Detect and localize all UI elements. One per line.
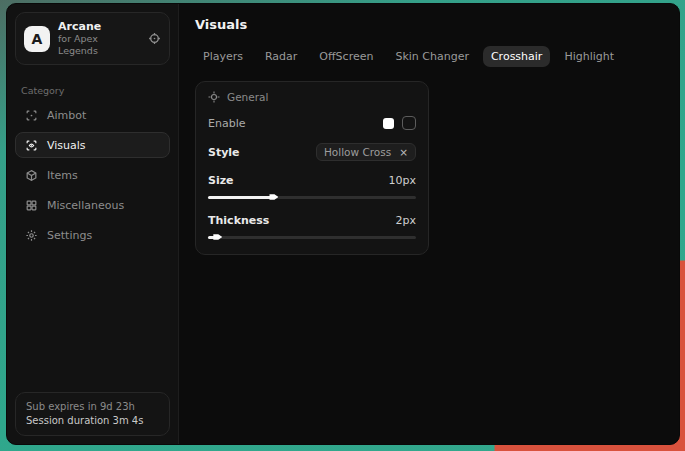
main-panel: Visuals Players Radar OffScreen Skin Cha…: [179, 4, 679, 444]
sidebar-item-label: Miscellaneous: [47, 199, 124, 212]
general-settings-card: General Enable Style Hollow Cross ×: [195, 81, 429, 255]
tab-radar[interactable]: Radar: [257, 46, 305, 67]
brand-text: Arcane for Apex Legends: [58, 20, 140, 57]
style-row: Style Hollow Cross ×: [208, 143, 416, 161]
sidebar-item-label: Visuals: [47, 139, 86, 152]
scan-crosshair-icon: [25, 109, 38, 122]
sub-expires-text: Sub expires in 9d 23h: [26, 400, 159, 414]
tab-bar: Players Radar OffScreen Skin Changer Cro…: [195, 46, 663, 67]
sidebar-item-items[interactable]: Items: [15, 162, 170, 188]
brand-header: A Arcane for Apex Legends: [15, 12, 170, 65]
tab-highlight[interactable]: Highlight: [556, 46, 622, 67]
sidebar-item-label: Settings: [47, 229, 92, 242]
brand-subtitle: for Apex Legends: [58, 33, 140, 57]
eye-scan-icon: [25, 139, 38, 152]
tab-crosshair[interactable]: Crosshair: [483, 46, 550, 67]
crosshair-icon: [208, 91, 220, 103]
sidebar-item-label: Items: [47, 169, 78, 182]
sidebar-item-settings[interactable]: Settings: [15, 222, 170, 248]
sidebar-item-aimbot[interactable]: Aimbot: [15, 102, 170, 128]
cheat-menu-window: A Arcane for Apex Legends Category: [6, 3, 680, 445]
enable-label: Enable: [208, 117, 245, 130]
sidebar-nav: Aimbot Visuals Items Miscellaneous: [7, 102, 178, 248]
color-swatch[interactable]: [383, 118, 394, 129]
remove-style-icon[interactable]: ×: [399, 146, 408, 158]
tab-skin-changer[interactable]: Skin Changer: [387, 46, 477, 67]
thickness-slider-thumb[interactable]: [213, 233, 222, 241]
tab-players[interactable]: Players: [195, 46, 251, 67]
size-slider-fill: [208, 196, 272, 199]
target-icon[interactable]: [148, 32, 161, 45]
size-slider-thumb[interactable]: [269, 193, 278, 201]
category-label: Category: [21, 85, 164, 96]
sidebar-item-miscellaneous[interactable]: Miscellaneous: [15, 192, 170, 218]
package-icon: [25, 169, 38, 182]
enable-row: Enable: [208, 116, 416, 130]
size-label: Size: [208, 174, 234, 187]
tab-offscreen[interactable]: OffScreen: [311, 46, 381, 67]
style-label: Style: [208, 146, 240, 159]
sidebar-item-visuals[interactable]: Visuals: [15, 132, 170, 158]
thickness-row: Thickness 2px: [208, 214, 416, 227]
thickness-value: 2px: [396, 214, 417, 227]
subscription-status-box: Sub expires in 9d 23h Session duration 3…: [15, 392, 170, 436]
sidebar-item-label: Aimbot: [47, 109, 86, 122]
thickness-slider[interactable]: [208, 233, 416, 241]
gear-icon: [25, 229, 38, 242]
sidebar: A Arcane for Apex Legends Category: [7, 4, 179, 444]
enable-checkbox[interactable]: [402, 116, 416, 130]
size-value: 10px: [389, 174, 417, 187]
desktop-background: A Arcane for Apex Legends Category: [0, 0, 685, 451]
size-slider[interactable]: [208, 193, 416, 201]
session-duration-text: Session duration 3m 4s: [26, 414, 159, 428]
style-value: Hollow Cross: [324, 146, 391, 158]
thickness-label: Thickness: [208, 214, 269, 227]
grid-icon: [25, 199, 38, 212]
card-header-label: General: [227, 91, 268, 103]
style-tag[interactable]: Hollow Cross ×: [316, 143, 416, 161]
brand-logo: A: [24, 26, 50, 52]
brand-title: Arcane: [58, 20, 140, 33]
card-header: General: [208, 91, 416, 103]
size-row: Size 10px: [208, 174, 416, 187]
page-title: Visuals: [195, 17, 663, 32]
